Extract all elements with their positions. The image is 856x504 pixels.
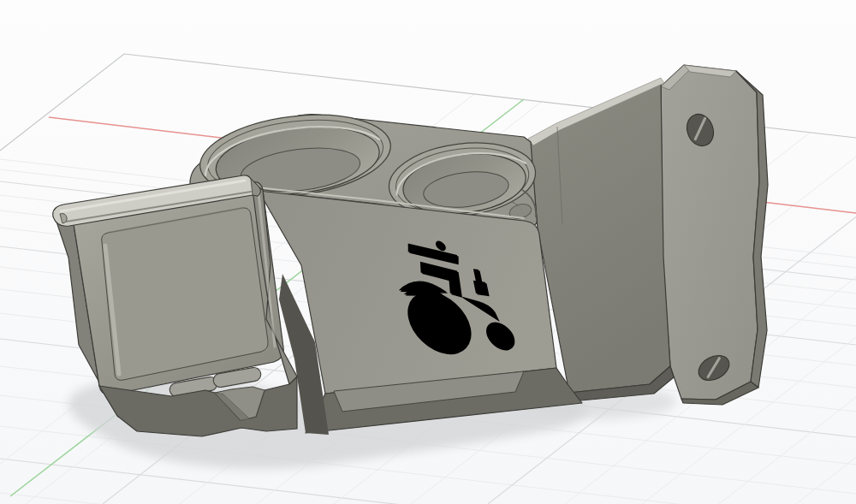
model-body[interactable] [53, 65, 768, 436]
viewport-canvas[interactable] [0, 0, 856, 504]
mounting-plate[interactable] [661, 65, 768, 405]
grid-line [0, 493, 856, 504]
cad-viewport[interactable] [0, 0, 856, 504]
